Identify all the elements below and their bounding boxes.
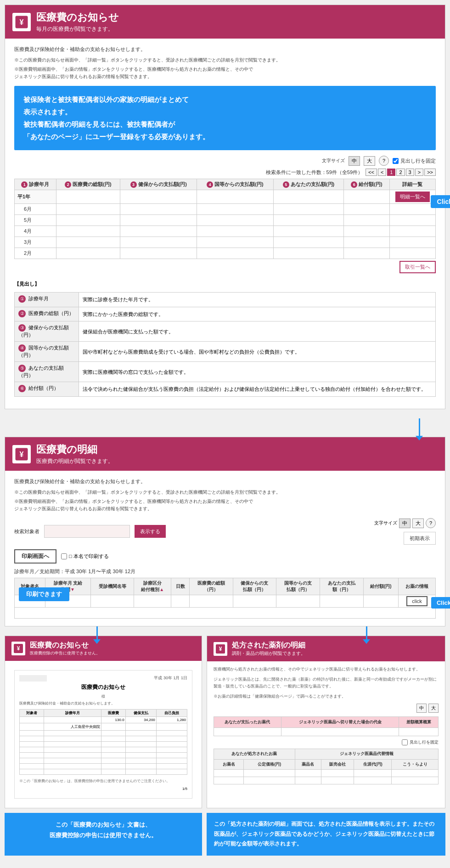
reset-btn[interactable]: 初期表示 <box>404 532 436 545</box>
search-controls: 検索対象者 表示する 文字サイズ 中 大 ? 初期表示 <box>14 518 436 545</box>
drug-info-btn[interactable]: click <box>406 596 427 606</box>
arrow-connector <box>5 418 445 437</box>
page-first-btn[interactable]: << <box>366 169 377 176</box>
section1-header: ¥ 医療費のお知らせ 毎月の医療費が閲覧できます。 <box>5 5 445 39</box>
fs-label-2: 文字サイズ <box>374 520 397 526</box>
preview-row-4 <box>20 736 187 742</box>
desc-td-3: 健保組合が医療機関に支払った額です。 <box>79 321 436 342</box>
print-name-checkbox[interactable] <box>61 553 67 559</box>
cell-mar-total <box>56 237 120 248</box>
preview-org: 1/5 <box>19 787 187 791</box>
cell-kenpo-year <box>120 190 197 204</box>
rp-fs-large[interactable]: 大 <box>428 704 439 713</box>
preview-th-2: 診療年月 <box>44 710 101 717</box>
help-btn[interactable]: ? <box>379 156 389 166</box>
fs-large-2[interactable]: 大 <box>412 519 424 528</box>
search-input[interactable] <box>44 525 130 538</box>
th-koku: 4 国等からの支払額(円) <box>197 179 274 190</box>
desc-td-1: 実際に診療を受けた年月です。 <box>79 293 436 307</box>
detail-data-row: click <box>15 595 436 608</box>
cell-may-anata <box>273 215 343 226</box>
cell-mar: 3月 <box>15 237 56 248</box>
font-size-label: 文字サイズ <box>322 158 345 164</box>
right-panel-sub: 調剤・薬品の明細が閲覧できます。 <box>232 650 305 657</box>
section1-header-text: 医療費のお知らせ 毎月の医療費が閲覧できます。 <box>36 11 119 33</box>
th-kyufu: 6 給付額(円) <box>344 179 390 190</box>
cell-may: 5月 <box>15 215 56 226</box>
preview-row-8 <box>20 758 187 764</box>
page-1-btn[interactable]: 1 <box>387 169 395 176</box>
rp-fix-row: 見出し行を固定 <box>214 739 439 746</box>
preview-header-row: 平成 30年 1月 1日 <box>19 675 187 682</box>
print-btn[interactable]: 印刷画面へ <box>14 549 56 564</box>
svg-text:¥: ¥ <box>17 645 20 652</box>
preview-th-5: 自己負担 <box>156 710 187 717</box>
right-panel-icon: ¥ <box>214 642 227 656</box>
dtd-category <box>134 595 171 608</box>
drug2-th-lifetime: 生涯代(円) <box>354 759 392 769</box>
print-name-text: □ 本名で印刷する <box>69 553 109 560</box>
fs-medium-2[interactable]: 中 <box>399 519 411 528</box>
print-preview: 平成 30年 1月 1日 医療費のお知らせ 様 医療費及び保険給付金・補助金の支… <box>14 670 192 799</box>
s2-notice2: ※この医療費のお知らせ画面中、「詳細一覧」ボタンをクリックすると、受診された医療… <box>14 489 436 496</box>
font-size-medium-btn[interactable]: 中 <box>349 156 360 166</box>
detail-ichiran-btn[interactable]: 明細一覧へ <box>395 192 430 202</box>
print-bar: 印刷画面へ □ 本名で印刷する <box>14 549 436 564</box>
rp-fs-medium[interactable]: 中 <box>416 704 427 713</box>
cell-mar-detail <box>389 237 435 248</box>
desc-table: ① 診療年月 実際に診療を受けた年月です。 ② 医療費の総額（円） 実際にかかっ… <box>14 292 436 397</box>
caption-boxes: この「医療費のお知らせ」文書は、 医療費控除の申告には使用できません。 この「処… <box>5 813 445 856</box>
display-btn[interactable]: 表示する <box>135 525 166 538</box>
drug-td-1 <box>214 727 281 736</box>
help-btn-2[interactable]: ? <box>426 518 436 528</box>
page-prev-btn[interactable]: < <box>378 169 386 176</box>
dth-category: 診療区分給付種別▲ <box>134 578 171 595</box>
page-last-btn[interactable]: >> <box>424 169 436 176</box>
preview-row-7 <box>20 753 187 758</box>
cell-feb-kyufu <box>344 248 390 259</box>
result-count: 検索条件に一致した件数：59件（全59件） <box>266 169 363 176</box>
cell-may-total <box>56 215 120 226</box>
cell-may-kenpo <box>120 215 197 226</box>
desc-section: 【見出し】 ① 診療年月 実際に診療を受けた年月です。 ② 医療費の総額（円） … <box>14 281 436 397</box>
table-row-jun: 6月 <box>15 204 436 215</box>
print-name-label[interactable]: □ 本名で印刷する <box>61 553 109 560</box>
page-next-btn[interactable]: > <box>415 169 423 176</box>
dtd-kyufu <box>363 595 398 608</box>
dth-total: 医療費の総額（円） <box>189 578 233 595</box>
drug2-th-row2: お薬名 公定価格(円) 薬品名 販売会社 生涯代(円) こう・らより <box>214 759 439 769</box>
rp-fix-label: 見出し行を固定 <box>410 739 439 746</box>
page-3-btn[interactable]: 3 <box>406 169 414 176</box>
preview-row-9 <box>20 764 187 769</box>
cell-detail-btn-cell[interactable]: 明細一覧へ <box>389 190 435 204</box>
notice2: ※この医療費のお知らせ画面中、「詳細一覧」ボタンをクリックすると、受診された医療… <box>14 56 436 64</box>
page-2-btn[interactable]: 2 <box>396 169 405 176</box>
dth-anata: あなたの支払額（円） <box>320 578 363 595</box>
fix-row-checkbox[interactable] <box>393 158 399 164</box>
rp-fix-checkbox[interactable] <box>402 739 408 745</box>
fix-row-label[interactable]: 見出し行を固定 <box>393 158 436 164</box>
cell-mar-kenpo <box>120 237 197 248</box>
detail-table-wrapper: 対象者名 診療年月 支給期間▼ 受診機関名等 診療区分給付種別▲ 日数 医療費の… <box>14 578 436 619</box>
dtd-kenpo <box>233 595 276 608</box>
left-panel-text: 医療費のお知らせ 医療費控除の申告に使用できません。 <box>30 641 100 656</box>
section1-data-table: 1 診療年月 2 医療費の総額(円) 3 健保からの支払額(円) <box>14 179 436 259</box>
dtd-drug: click <box>398 595 435 608</box>
cell-kyufu-year <box>344 190 390 204</box>
torihiki-ichiran-btn[interactable]: 取引一覧へ <box>399 261 436 273</box>
right-panel-text: 処方された薬剤の明細 調剤・薬品の明細が閲覧できます。 <box>232 641 305 657</box>
font-size-large-btn[interactable]: 大 <box>364 156 375 166</box>
cell-may-detail <box>389 215 435 226</box>
drug2-row-2 <box>214 777 439 784</box>
dtd-anata <box>320 595 363 608</box>
preview-th-1: 対象者 <box>20 710 44 717</box>
right-panel-header: ¥ 処方された薬剤の明細 調剤・薬品の明細が閲覧できます。 <box>207 636 445 661</box>
detail-table: 対象者名 診療年月 支給期間▼ 受診機関名等 診療区分給付種別▲ 日数 医療費の… <box>14 578 436 619</box>
preview-row-5 <box>20 742 187 747</box>
desc-td-6: 法令で決められた健保組合が支払う医療費の負担（法定給付）および健保組合が法定給付… <box>79 382 436 397</box>
cell-jun-koku <box>197 204 274 215</box>
dtd-koku <box>276 595 320 608</box>
caption-right-text: この「処方された薬剤の明細」画面では、処方された医薬品情報を表示します。またその… <box>214 821 434 847</box>
drug2-th-price: 公定価格(円) <box>244 759 295 769</box>
table-controls: 文字サイズ 中 大 ? 見出し行を固定 <box>14 156 436 166</box>
